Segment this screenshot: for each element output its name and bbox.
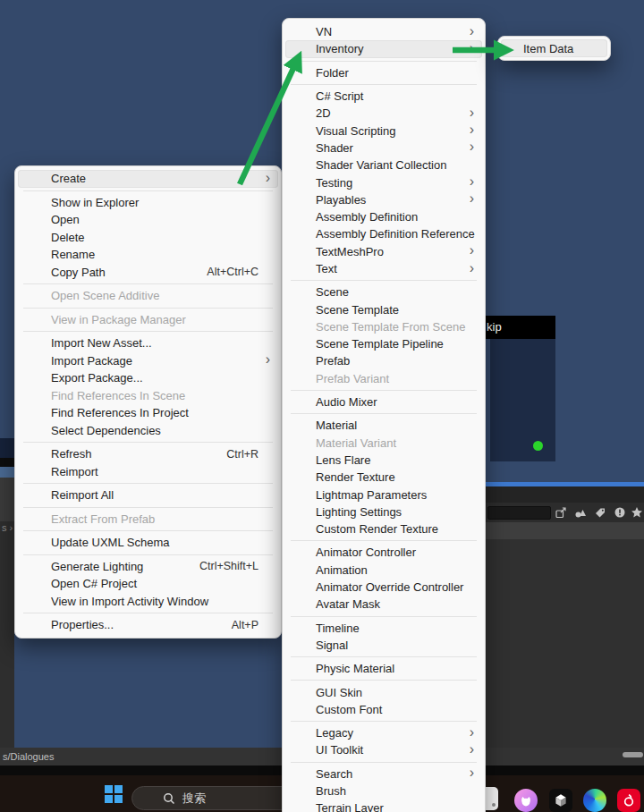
horizontal-scrollbar[interactable] bbox=[623, 752, 643, 757]
menu-item-visual-scripting[interactable]: Visual Scripting› bbox=[285, 122, 482, 139]
menu-item-brush[interactable]: Brush bbox=[285, 782, 482, 799]
menu-item-inventory[interactable]: Inventory› bbox=[285, 40, 482, 57]
menu-item-custom-font[interactable]: Custom Font bbox=[285, 701, 482, 718]
menu-item-open-c-project[interactable]: Open C# Project bbox=[18, 575, 278, 593]
menu-item-label: Physic Material bbox=[316, 662, 394, 675]
menu-item-label: Inventory bbox=[316, 42, 363, 55]
menu-item-avatar-mask[interactable]: Avatar Mask bbox=[285, 596, 482, 613]
menu-separator bbox=[23, 283, 273, 284]
menu-item-create[interactable]: Create› bbox=[18, 170, 278, 188]
menu-item-label: UI Toolkit bbox=[316, 743, 363, 757]
menu-item-legacy[interactable]: Legacy› bbox=[285, 724, 482, 741]
favorites-star-icon[interactable] bbox=[630, 504, 644, 520]
menu-item-textmeshpro[interactable]: TextMeshPro› bbox=[285, 243, 482, 260]
menu-item-export-package[interactable]: Export Package... bbox=[18, 369, 278, 387]
menu-item-properties[interactable]: Properties...Alt+P bbox=[18, 616, 278, 634]
menu-item-label: Terrain Layer bbox=[316, 801, 384, 812]
menu-item-c-script[interactable]: C# Script bbox=[285, 88, 482, 105]
start-button[interactable] bbox=[105, 785, 123, 803]
edge-browser-icon[interactable] bbox=[583, 789, 606, 812]
unity-hub-icon[interactable] bbox=[549, 789, 572, 812]
menu-item-refresh[interactable]: RefreshCtrl+R bbox=[18, 445, 278, 463]
menu-item-label: Show in Explorer bbox=[51, 196, 139, 209]
menu-item-import-package[interactable]: Import Package› bbox=[18, 352, 278, 370]
skip-button-label: kip bbox=[487, 320, 502, 334]
menu-item-signal[interactable]: Signal bbox=[285, 637, 482, 654]
menu-item-audio-mixer[interactable]: Audio Mixer bbox=[285, 393, 482, 410]
menu-item-label: Prefab Variant bbox=[316, 372, 389, 385]
menu-item-testing[interactable]: Testing› bbox=[285, 173, 482, 190]
menu-item-update-uxml-schema[interactable]: Update UXML Schema bbox=[18, 534, 278, 552]
netease-music-icon[interactable] bbox=[617, 789, 640, 812]
menu-item-find-references-in-project[interactable]: Find References In Project bbox=[18, 404, 278, 422]
menu-item-vn[interactable]: VN› bbox=[285, 23, 482, 40]
menu-item-playables[interactable]: Playables› bbox=[285, 191, 482, 208]
menu-item-scene[interactable]: Scene bbox=[285, 283, 482, 300]
project-search-input[interactable] bbox=[487, 506, 551, 520]
menu-item-lightmap-parameters[interactable]: Lightmap Parameters bbox=[285, 486, 482, 503]
filter-by-type-icon[interactable] bbox=[571, 504, 590, 520]
menu-item-assembly-definition-reference[interactable]: Assembly Definition Reference bbox=[285, 225, 482, 242]
menu-item-render-texture[interactable]: Render Texture bbox=[285, 469, 482, 486]
chevron-right-icon: › bbox=[470, 766, 474, 781]
menu-item-custom-render-texture[interactable]: Custom Render Texture bbox=[285, 520, 482, 537]
menu-item-animator-controller[interactable]: Animator Controller bbox=[285, 544, 482, 561]
menu-item-2d[interactable]: 2D› bbox=[285, 105, 482, 122]
status-bar-path: s/Dialogues bbox=[3, 751, 54, 762]
filter-by-label-icon[interactable] bbox=[590, 504, 610, 520]
menu-item-open[interactable]: Open bbox=[18, 211, 278, 229]
menu-item-reimport-all[interactable]: Reimport All bbox=[18, 486, 278, 504]
menu-item-delete[interactable]: Delete bbox=[18, 229, 278, 247]
menu-item-label: Shader bbox=[316, 141, 353, 155]
menu-item-label: C# Script bbox=[316, 89, 363, 103]
menu-item-scene-template[interactable]: Scene Template bbox=[285, 300, 482, 317]
menu-item-ui-toolkit[interactable]: UI Toolkit› bbox=[285, 741, 482, 758]
menu-item-select-dependencies[interactable]: Select Dependencies bbox=[18, 422, 278, 440]
menu-item-text[interactable]: Text› bbox=[285, 260, 482, 277]
menu-item-label: Playables bbox=[316, 193, 366, 207]
project-window-toolbar bbox=[486, 503, 644, 522]
project-context-menu: Create›Show in ExplorerOpenDeleteRenameC… bbox=[14, 165, 282, 639]
menu-item-animation[interactable]: Animation bbox=[285, 562, 482, 579]
menu-separator bbox=[291, 656, 477, 657]
menu-item-physic-material[interactable]: Physic Material bbox=[285, 660, 482, 677]
menu-item-label: Open C# Project bbox=[51, 577, 137, 590]
chevron-right-icon: › bbox=[470, 41, 474, 55]
menu-item-shortcut: Ctrl+Shift+L bbox=[199, 560, 258, 572]
inventory-flyout-menu: Item Data bbox=[497, 36, 611, 61]
menu-item-show-in-explorer[interactable]: Show in Explorer bbox=[18, 194, 278, 212]
menu-item-generate-lighting[interactable]: Generate LightingCtrl+Shift+L bbox=[18, 558, 278, 576]
menu-item-open-scene-additive: Open Scene Additive bbox=[18, 287, 278, 305]
info-icon[interactable] bbox=[610, 504, 630, 520]
menu-item-label: Refresh bbox=[51, 447, 92, 461]
cat-app-icon[interactable] bbox=[514, 789, 538, 812]
menu-item-gui-skin[interactable]: GUI Skin bbox=[285, 683, 482, 700]
menu-item-label: Shader Variant Collection bbox=[316, 158, 446, 172]
scene-edge-blue-band bbox=[0, 467, 14, 478]
expand-icon[interactable] bbox=[551, 504, 571, 520]
menu-separator bbox=[291, 413, 477, 414]
menu-item-material[interactable]: Material bbox=[285, 417, 482, 434]
menu-item-search[interactable]: Search› bbox=[285, 765, 482, 782]
menu-item-shader[interactable]: Shader› bbox=[285, 140, 482, 156]
menu-item-copy-path[interactable]: Copy PathAlt+Ctrl+C bbox=[18, 264, 278, 282]
menu-item-import-new-asset[interactable]: Import New Asset... bbox=[18, 334, 278, 352]
menu-item-timeline[interactable]: Timeline bbox=[285, 620, 482, 637]
menu-item-reimport[interactable]: Reimport bbox=[18, 463, 278, 481]
menu-item-folder[interactable]: Folder bbox=[285, 64, 482, 81]
menu-item-view-in-import-activity-window[interactable]: View in Import Activity Window bbox=[18, 593, 278, 611]
menu-item-prefab[interactable]: Prefab bbox=[285, 352, 482, 369]
menu-item-terrain-layer[interactable]: Terrain Layer bbox=[285, 799, 482, 812]
menu-item-rename[interactable]: Rename bbox=[18, 246, 278, 264]
project-breadcrumb[interactable]: s › bbox=[2, 522, 13, 533]
menu-item-label: Open bbox=[51, 213, 80, 226]
menu-item-scene-template-from-scene: Scene Template From Scene bbox=[285, 318, 482, 335]
menu-item-animator-override-controller[interactable]: Animator Override Controller bbox=[285, 579, 482, 596]
menu-item-assembly-definition[interactable]: Assembly Definition bbox=[285, 208, 482, 225]
menu-separator bbox=[291, 61, 477, 62]
menu-item-lens-flare[interactable]: Lens Flare bbox=[285, 452, 482, 469]
menu-item-scene-template-pipeline[interactable]: Scene Template Pipeline bbox=[285, 335, 482, 352]
menu-item-lighting-settings[interactable]: Lighting Settings bbox=[285, 503, 482, 520]
menu-item-item-data[interactable]: Item Data bbox=[501, 39, 607, 57]
menu-item-shader-variant-collection[interactable]: Shader Variant Collection bbox=[285, 156, 482, 173]
